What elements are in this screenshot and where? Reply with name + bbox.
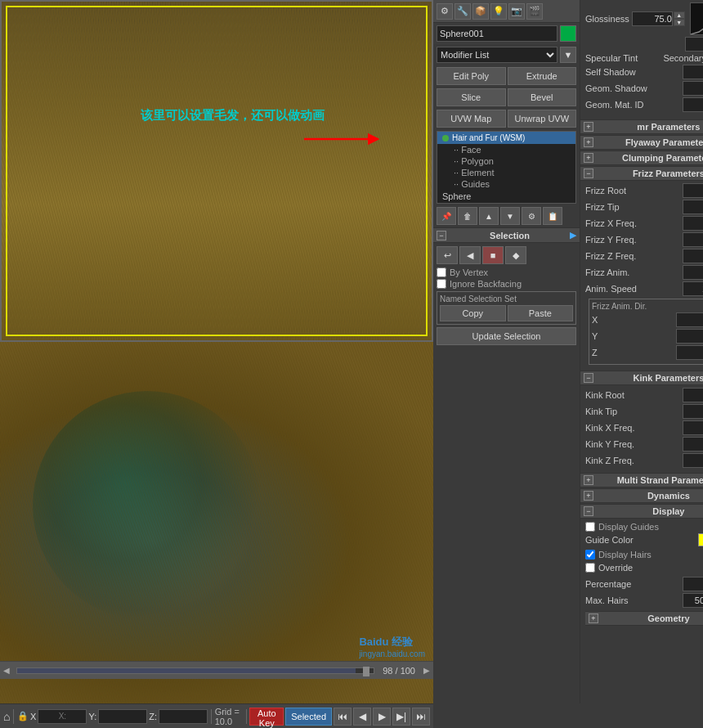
kink-toggle[interactable]: − xyxy=(584,373,593,383)
viewport-top[interactable]: 该里可以设置毛发，还可以做动画 xyxy=(0,0,433,342)
kink-parameters-header[interactable]: − Kink Parameters xyxy=(580,371,703,385)
frizz-x-input[interactable] xyxy=(683,216,703,231)
geom-shadow-input[interactable] xyxy=(683,81,703,96)
display-hairs-checkbox[interactable] xyxy=(585,550,595,559)
up-button[interactable]: ▲ xyxy=(479,207,499,225)
uvw-map-button[interactable]: UVW Map xyxy=(437,110,506,128)
timeline-slider[interactable] xyxy=(16,667,374,674)
display-toggle[interactable]: − xyxy=(584,506,593,516)
bevel-button[interactable]: Bevel xyxy=(508,88,577,106)
timeline-right-arrow[interactable]: ▶ xyxy=(420,666,433,675)
stack-sphere[interactable]: Sphere xyxy=(437,190,575,203)
object-name-input[interactable] xyxy=(437,25,557,42)
frizz-dir-y-input[interactable] xyxy=(676,329,703,344)
gloss-spin-up-1[interactable]: ▲ xyxy=(674,11,685,19)
anim-speed-input[interactable] xyxy=(683,281,703,296)
toolbar-icon-1[interactable]: ⚙ xyxy=(437,3,453,20)
lock-icon[interactable]: 🔒 xyxy=(17,711,29,721)
selection-section-header[interactable]: − Selection ▶ xyxy=(433,227,580,243)
flyaway-parameters-header[interactable]: + Flyaway Parameters xyxy=(580,135,703,150)
frizz-root-input[interactable] xyxy=(683,183,703,198)
y-coord-input[interactable] xyxy=(98,709,147,724)
display-guides-checkbox[interactable] xyxy=(585,522,595,532)
geometry-toggle[interactable]: + xyxy=(589,613,598,623)
by-vertex-checkbox[interactable] xyxy=(437,267,446,277)
timeline-left-arrow[interactable]: ◀ xyxy=(0,666,13,675)
geometry-header[interactable]: + Geometry xyxy=(585,611,703,626)
self-shadow-input[interactable] xyxy=(683,65,703,79)
autokey-button[interactable]: Auto Key xyxy=(249,708,284,726)
clumping-toggle[interactable]: + xyxy=(584,153,593,163)
geom-mat-id-input[interactable] xyxy=(683,97,703,112)
stack-sub-guides[interactable]: ·· Guides xyxy=(437,178,575,190)
hair-fur-stack-item[interactable]: Hair and Fur (WSM) xyxy=(437,132,575,144)
viewport-bottom[interactable]: 这里设置头发乱度， 一年不洗头的效果 Baidu 经验 jingyan.baid… xyxy=(0,342,433,703)
pin-button[interactable]: 📌 xyxy=(437,207,456,225)
dynamics-toggle[interactable]: + xyxy=(584,491,593,501)
unwrap-uvw-button[interactable]: Unwrap UVW xyxy=(508,110,577,128)
toolbar-icon-6[interactable]: 🎬 xyxy=(526,3,543,20)
x-coord-icon[interactable]: X xyxy=(30,712,36,721)
toolbar-icon-2[interactable]: 🔧 xyxy=(454,3,471,20)
x-coord-input[interactable] xyxy=(38,709,87,724)
stack-sub-face[interactable]: ·· Face xyxy=(437,144,575,155)
selection-toggle[interactable]: − xyxy=(437,231,446,240)
frizz-parameters-header[interactable]: − Frizz Parameters xyxy=(580,166,703,181)
modifier-list-dropdown[interactable]: Modifier List xyxy=(437,47,557,63)
toolbar-icon-4[interactable]: 💡 xyxy=(490,3,507,20)
kink-tip-input[interactable] xyxy=(683,404,703,419)
prev-frame-button[interactable]: ◀ xyxy=(353,708,371,726)
next-frame-button[interactable]: ▶| xyxy=(392,708,410,726)
stack-sub-polygon[interactable]: ·· Polygon xyxy=(437,155,575,167)
trash-button[interactable]: 🗑 xyxy=(458,207,477,225)
flyaway-toggle[interactable]: + xyxy=(584,137,593,147)
mr-parameters-header[interactable]: + mr Parameters xyxy=(580,119,703,134)
frizz-tip-input[interactable] xyxy=(683,200,703,214)
multi-strand-toggle[interactable]: + xyxy=(584,475,593,485)
toolbar-icon-3[interactable]: 📦 xyxy=(472,3,489,20)
z-coord-input[interactable] xyxy=(159,709,208,724)
go-end-button[interactable]: ⏭ xyxy=(412,708,430,726)
glossiness-input-1[interactable] xyxy=(632,11,673,26)
kink-root-input[interactable] xyxy=(683,388,703,402)
max-hairs-input[interactable] xyxy=(683,593,703,608)
glossiness-input-2[interactable] xyxy=(685,37,703,52)
go-start-button[interactable]: ⏮ xyxy=(334,708,352,726)
frizz-y-input[interactable] xyxy=(683,232,703,247)
update-selection-button[interactable]: Update Selection xyxy=(437,327,576,345)
gloss-spin-dn-1[interactable]: ▼ xyxy=(674,19,685,26)
object-color-swatch[interactable] xyxy=(560,25,576,42)
stack-sub-element[interactable]: ·· Element xyxy=(437,167,575,178)
home-icon[interactable]: ⌂ xyxy=(3,710,10,723)
kink-x-input[interactable] xyxy=(683,420,703,435)
frizz-dir-x-input[interactable] xyxy=(676,312,703,327)
mr-toggle[interactable]: + xyxy=(584,122,593,132)
tri-sel-icon[interactable]: ◀ xyxy=(459,246,481,264)
paste-sel-button[interactable]: Paste xyxy=(508,305,574,321)
down-button[interactable]: ▼ xyxy=(500,207,520,225)
kink-z-input[interactable] xyxy=(683,453,703,468)
dynamics-header[interactable]: + Dynamics xyxy=(580,488,703,503)
timeline-bar[interactable]: ◀ 98 / 100 ▶ xyxy=(0,661,433,679)
frizz-dir-z-input[interactable] xyxy=(676,345,703,360)
override-checkbox[interactable] xyxy=(585,563,595,573)
toolbar-icon-5[interactable]: 📷 xyxy=(508,3,525,20)
guide-color-swatch[interactable] xyxy=(698,533,703,546)
slice-button[interactable]: Slice xyxy=(437,88,506,106)
kink-y-input[interactable] xyxy=(683,437,703,452)
frizz-anim-input[interactable] xyxy=(683,265,703,280)
copy-sel-button[interactable]: Copy xyxy=(440,305,506,321)
multi-strand-header[interactable]: + Multi Strand Parameters xyxy=(580,473,703,488)
diamond-sel-icon[interactable]: ◆ xyxy=(505,246,526,264)
timeline-handle[interactable] xyxy=(363,667,369,676)
ignore-backfacing-checkbox[interactable] xyxy=(437,279,446,289)
frizz-toggle[interactable]: − xyxy=(584,169,593,178)
settings-button[interactable]: ⚙ xyxy=(522,207,541,225)
modifier-arrow[interactable]: ▼ xyxy=(560,47,576,63)
percentage-input[interactable] xyxy=(683,577,703,591)
extrude-button[interactable]: Extrude xyxy=(508,67,577,85)
display-section-header[interactable]: − Display xyxy=(580,504,703,519)
clumping-parameters-header[interactable]: + Clumping Parameters xyxy=(580,151,703,165)
edit-poly-button[interactable]: Edit Poly xyxy=(437,67,506,85)
rotate-sel-icon[interactable]: ↩ xyxy=(437,246,458,264)
